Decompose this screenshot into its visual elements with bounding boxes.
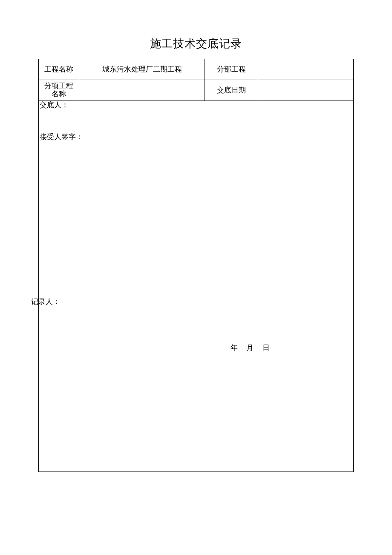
form-table: 工程名称 城东污水处理厂二期工程 分部工程 分项工程 名称 交底日期 交底人： …: [38, 59, 354, 472]
label-project-name: 工程名称: [39, 59, 79, 80]
label-delivery-date: 交底日期: [205, 80, 258, 101]
value-delivery-date[interactable]: [258, 80, 354, 101]
label-receiver-sign: 接受人签字：: [40, 133, 83, 141]
date-year: 年: [231, 344, 239, 352]
label-recorder: 记录人：: [31, 298, 60, 306]
date-line: 年 月 日: [231, 344, 276, 352]
label-itemized-project: 分项工程 名称: [39, 80, 79, 101]
label-itemized-project-line1: 分项工程: [44, 82, 73, 90]
label-deliver-person: 交底人：: [40, 101, 69, 109]
row-body: 交底人： 接受人签字： 记录人： 年 月 日: [39, 101, 354, 472]
page-title: 施工技术交底记录: [38, 36, 354, 51]
row-project-name: 工程名称 城东污水处理厂二期工程 分部工程: [39, 59, 354, 80]
date-month: 月: [246, 344, 254, 352]
value-project-name: 城东污水处理厂二期工程: [79, 59, 205, 80]
row-itemized-project: 分项工程 名称 交底日期: [39, 80, 354, 101]
label-itemized-project-line2: 名称: [44, 90, 73, 98]
value-sub-project[interactable]: [258, 59, 354, 80]
date-day: 日: [262, 344, 271, 352]
value-itemized-project[interactable]: [79, 80, 205, 101]
body-cell[interactable]: 交底人： 接受人签字： 记录人： 年 月 日: [39, 101, 354, 472]
label-sub-project: 分部工程: [205, 59, 258, 80]
